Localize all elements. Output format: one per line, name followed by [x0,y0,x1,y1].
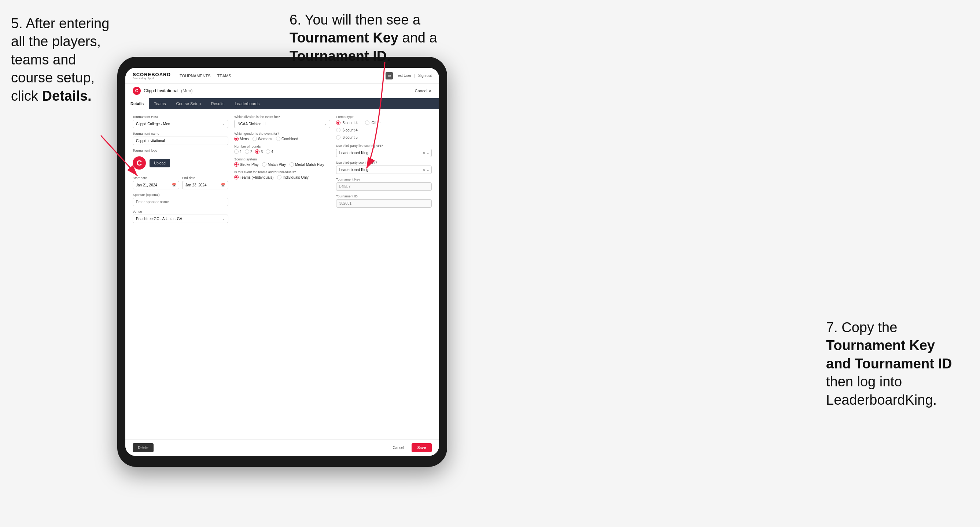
scoring-match-radio[interactable] [262,162,266,167]
teams-group: Is this event for Teams and/or Individua… [234,170,330,179]
host-select[interactable]: Clippd College - Men ⌄ [133,120,228,128]
start-date-label: Start date [133,176,179,180]
host-group: Tournament Host Clippd College - Men ⌄ [133,115,228,128]
api2-clear-icon[interactable]: ✕ ⌄ [423,168,430,172]
scoring-group: Scoring system Stroke Play Match Play [234,157,330,167]
rounds-group: Number of rounds 1 2 3 [234,144,330,154]
tab-teams[interactable]: Teams [149,98,171,109]
start-date-input[interactable]: Jan 21, 2024 📅 [133,181,179,189]
division-select[interactable]: NCAA Division III ⌄ [234,120,330,128]
venue-chevron-icon: ⌄ [223,217,225,221]
annotation-bottom-right: 7. Copy the Tournament Key and Tournamen… [826,319,965,409]
gender-label: Which gender is the event for? [234,132,330,135]
api1-input[interactable] [336,149,432,157]
api1-label: Use third-party live scoring API? [336,144,432,148]
scoring-radio-group: Stroke Play Match Play Medal Match Play [234,162,330,167]
tablet-screen: SCOREBOARD Powered by clippd TOURNAMENTS… [125,68,439,456]
division-label: Which division is the event for? [234,115,330,119]
form-content: Tournament Host Clippd College - Men ⌄ T… [125,109,439,439]
gender-womens-radio[interactable] [253,137,257,141]
form-col-1: Tournament Host Clippd College - Men ⌄ T… [133,115,228,433]
tab-leaderboards[interactable]: Leaderboards [229,98,265,109]
format-group: Format type 5 count 4 6 count 4 [336,115,432,140]
gender-mens[interactable]: Mens [234,137,248,141]
format-6count4-radio[interactable] [336,128,340,132]
gender-combined-radio[interactable] [276,137,280,141]
tournament-cancel-link[interactable]: Cancel ✕ [415,89,432,94]
scoring-stroke-radio[interactable] [234,162,239,167]
rounds-1[interactable]: 1 [234,149,242,154]
format-other[interactable]: Other [365,120,381,125]
user-name: Test User [396,74,411,78]
nav-teams[interactable]: TEAMS [217,72,231,79]
tab-results[interactable]: Results [206,98,230,109]
gender-combined[interactable]: Combined [276,137,298,141]
gender-womens[interactable]: Womens [253,137,272,141]
scoring-match[interactable]: Match Play [262,162,285,167]
format-5count4-radio[interactable] [336,121,340,125]
name-input[interactable] [133,137,228,145]
teams-plus-radio[interactable] [234,175,239,179]
api1-group: Use third-party live scoring API? ✕ ⌄ [336,144,432,157]
cancel-button[interactable]: Cancel [388,443,409,452]
start-date-group: Start date Jan 21, 2024 📅 [133,176,179,189]
format-6count4[interactable]: 6 count 4 [336,127,358,133]
teams-radio-group: Teams (+Individuals) Individuals Only [234,175,330,179]
key-label: Tournament Key [336,178,432,181]
logo-sub: Powered by clippd [133,77,171,79]
format-6count5-radio[interactable] [336,135,340,140]
teams-individuals[interactable]: Individuals Only [277,175,309,179]
form-footer: Delete Cancel Save [125,439,439,456]
rounds-3[interactable]: 3 [255,149,263,154]
scoring-stroke[interactable]: Stroke Play [234,162,258,167]
rounds-1-radio[interactable] [234,149,239,154]
logo-label: Tournament logo [133,149,228,152]
user-avatar: SI [385,72,393,79]
format-6count5[interactable]: 6 count 5 [336,134,358,140]
venue-select[interactable]: Peachtree GC - Atlanta - GA ⌄ [133,214,228,223]
format-other-radio[interactable] [365,121,369,125]
annotation-left: 5. After entering all the players, teams… [11,15,114,105]
id-label: Tournament ID [336,194,432,198]
nav-tournaments[interactable]: TOURNAMENTS [180,72,211,79]
rounds-label: Number of rounds [234,144,330,148]
teams-plus[interactable]: Teams (+Individuals) [234,175,274,179]
rounds-4[interactable]: 4 [266,149,274,154]
tabs-bar: Details Teams Course Setup Results Leade… [125,98,439,109]
end-date-input[interactable]: Jan 23, 2024 📅 [182,181,229,189]
api2-input[interactable] [336,165,432,174]
form-col-2: Which division is the event for? NCAA Di… [234,115,330,433]
logo-main: SCOREBOARD [133,72,171,77]
tournament-key-field: b4f5b7 [336,183,432,191]
sponsor-group: Sponsor (optional) [133,193,228,206]
tab-course-setup[interactable]: Course Setup [171,98,205,109]
gender-mens-radio[interactable] [234,137,239,141]
format-label: Format type [336,115,432,119]
sponsor-input[interactable] [133,198,228,206]
rounds-2-radio[interactable] [245,149,249,154]
form-col-3: Format type 5 count 4 6 count 4 [336,115,432,433]
sign-out-link[interactable]: Sign out [418,74,432,78]
rounds-3-radio[interactable] [255,149,259,154]
rounds-2[interactable]: 2 [245,149,253,154]
api1-clear-icon[interactable]: ✕ ⌄ [423,151,430,155]
upload-button[interactable]: Upload [150,159,170,167]
format-5count4[interactable]: 5 count 4 [336,120,358,125]
tournament-name: Clippd Invitational (Men) [144,88,192,94]
rounds-4-radio[interactable] [266,149,270,154]
logo-upload-area: C Upload [133,154,228,173]
delete-button[interactable]: Delete [133,443,154,452]
venue-group: Venue Peachtree GC - Atlanta - GA ⌄ [133,210,228,223]
scoring-medal-radio[interactable] [290,162,294,167]
tab-details[interactable]: Details [125,98,149,109]
end-calendar-icon: 📅 [221,183,225,187]
save-button[interactable]: Save [412,443,432,452]
teams-individuals-radio[interactable] [277,175,282,179]
venue-label: Venue [133,210,228,214]
scoring-medal[interactable]: Medal Match Play [290,162,324,167]
header-right: SI Test User | Sign out [385,72,432,79]
division-group: Which division is the event for? NCAA Di… [234,115,330,128]
scoreboard-logo: SCOREBOARD Powered by clippd [133,72,171,79]
gender-radio-group: Mens Womens Combined [234,137,330,141]
api1-input-wrap: ✕ ⌄ [336,149,432,157]
